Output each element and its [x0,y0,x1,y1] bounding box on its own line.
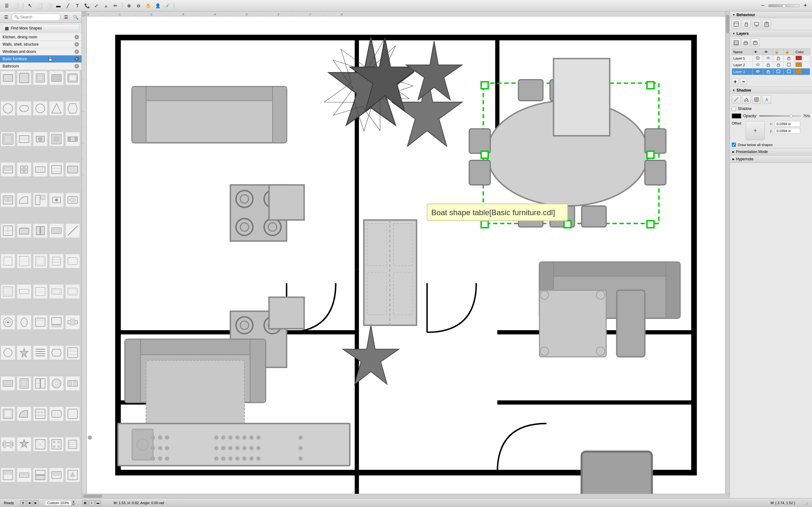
layer-3-lock1[interactable] [773,68,784,75]
connector-tool-button[interactable]: ⤢ [92,2,101,10]
shape-cell[interactable] [65,254,80,268]
style-button[interactable]: ⬜ [12,2,20,10]
shape-cell[interactable] [17,376,32,391]
find-more-shapes-button[interactable]: ▦ Find More Shapes [2,24,80,32]
scroll-thumb-h[interactable] [83,495,102,498]
shape-cell[interactable] [1,101,15,116]
shape-cell[interactable] [17,345,32,360]
select-tool-button[interactable]: ↖ [26,2,34,10]
layer-row-1[interactable]: Layer 1 [732,55,810,62]
category-bathroom-close[interactable]: ✕ [74,64,79,68]
layer-2-lock2[interactable] [784,62,794,68]
layers-btn-3[interactable] [751,38,760,47]
shape-cell[interactable] [17,162,32,177]
shape-cell[interactable] [65,376,80,391]
shape-cell[interactable] [1,345,15,360]
opacity-slider[interactable] [759,115,801,117]
shape-cell[interactable] [65,315,80,330]
shape-cell[interactable] [17,468,32,482]
layer-1-visible[interactable] [752,55,763,62]
shape-cell[interactable] [49,132,64,147]
layer-1-lock1[interactable] [773,55,784,62]
shadow-text-btn[interactable]: A [762,95,771,104]
category-windows-close[interactable]: ✕ [74,49,79,54]
layer-2-eye2[interactable] [763,62,773,68]
shape-cell[interactable] [65,437,80,452]
shadow-paint-btn[interactable] [742,95,751,104]
hypernote-section[interactable]: ▶ Hypernote [730,156,812,163]
oval-tool-button[interactable]: ⚪ [45,2,53,10]
shape-cell[interactable] [49,101,64,116]
view-mode-2[interactable]: ▪ [89,500,95,506]
shape-cell[interactable] [49,315,64,330]
shape-cell[interactable] [65,223,80,238]
panel-toggle-button[interactable]: ☰ [3,2,11,10]
shape-cell[interactable] [17,223,32,238]
shape-cell[interactable] [1,376,15,391]
shadow-pencil-btn[interactable] [732,95,741,104]
search-input[interactable] [20,15,58,19]
list-view-button[interactable]: ☰ [62,13,70,21]
layer-2-lock1[interactable] [773,62,784,68]
layer-3-color[interactable] [794,68,810,75]
shape-cell[interactable] [1,284,15,299]
view-mode-3[interactable]: ▬ [95,500,101,506]
layer-3-lock2[interactable] [784,68,794,75]
shape-cell[interactable] [49,193,64,207]
scroll-thumb-v[interactable] [726,14,729,34]
shape-cell[interactable] [65,162,80,177]
shape-cell[interactable] [65,193,80,207]
shape-cell[interactable] [33,345,48,360]
shape-cell[interactable] [17,254,32,268]
zoom-down-step[interactable]: ▼ [72,503,75,506]
shape-cell[interactable] [1,437,15,452]
horizontal-scrollbar[interactable] [82,494,729,498]
category-basic-furniture[interactable]: Basic furniture 💾 ✕ [0,55,82,63]
behaviour-btn-3[interactable] [752,20,761,29]
zoom-out-button[interactable]: ⊖ [135,2,143,10]
shape-cell[interactable] [49,223,64,238]
shape-cell[interactable] [33,101,48,116]
view-mode-1[interactable]: ▦ [83,500,88,506]
shape-cell[interactable] [65,406,80,421]
shape-cell[interactable] [17,315,32,330]
layer-1-lock2[interactable] [784,55,794,62]
zoom-minus-button[interactable]: − [759,2,767,10]
layer-1-eye2[interactable] [763,55,773,62]
shape-cell[interactable] [1,71,15,85]
shape-cell[interactable] [33,132,48,147]
vertical-scrollbar[interactable] [725,11,729,494]
shape-cell[interactable] [1,254,15,268]
shape-cell[interactable] [65,101,80,116]
shape-cell[interactable] [65,345,80,360]
shape-cell[interactable] [33,406,48,421]
shape-cell[interactable] [33,284,48,299]
line-tool-button[interactable]: ╱ [64,2,72,10]
y-value-input[interactable] [775,128,800,134]
next-button[interactable]: ▶ [33,500,39,506]
shape-cell[interactable] [49,376,64,391]
shape-cell[interactable] [1,315,15,330]
layer-row-3[interactable]: Layer 3 [732,68,810,75]
shape-cell[interactable] [33,71,48,85]
layer-2-visible[interactable] [752,62,763,68]
layer-3-visible[interactable] [752,68,763,75]
shape-cell[interactable] [49,162,64,177]
shape-cell[interactable] [17,406,32,421]
shape-cell[interactable] [33,376,48,391]
pen-tool-button[interactable]: ✏ [111,2,119,10]
remove-layer-button[interactable]: − [740,78,747,85]
shape-cell[interactable] [1,193,15,207]
opacity-color-swatch[interactable] [732,113,741,118]
magnet-tool-button[interactable]: ⟁ [102,2,110,10]
shape-cell[interactable] [49,437,64,452]
shape-cell[interactable] [49,406,64,421]
shape-cell[interactable] [1,223,15,238]
category-walls-close[interactable]: ✕ [74,42,79,47]
category-basic-furniture-close[interactable]: ✕ [74,57,79,61]
text-tool-button[interactable]: T [73,2,82,10]
layer-3-color-swatch[interactable] [796,69,802,73]
zoom-plus-button[interactable]: + [801,2,809,10]
layers-view-btn[interactable] [732,38,741,47]
category-bathroom[interactable]: Bathroom ✕ [0,63,82,70]
